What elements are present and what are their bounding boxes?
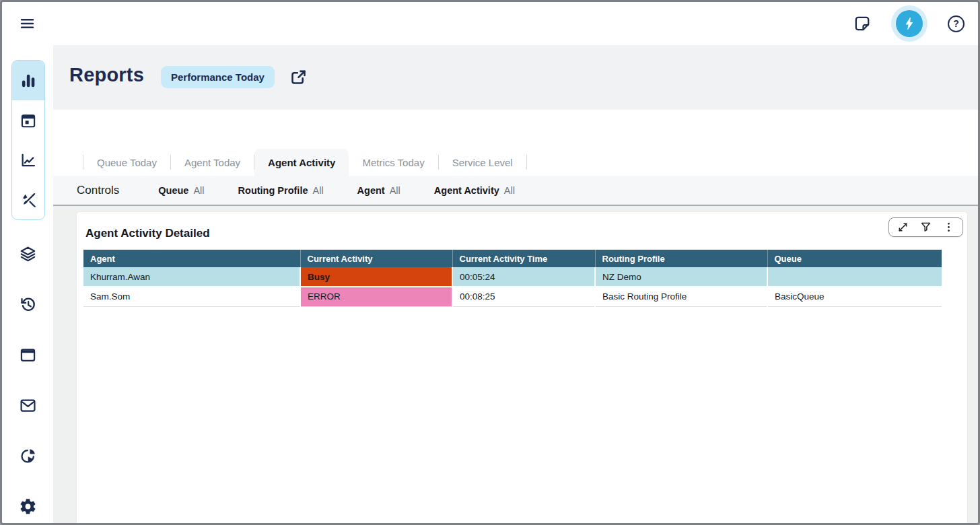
sidebar-reports-group [11, 60, 45, 220]
sidebar-item-layers[interactable] [2, 229, 53, 279]
filter-queue[interactable]: QueueAll [158, 185, 204, 196]
column-header-agent: Agent [83, 250, 300, 267]
cell-queue: BasicQueue [767, 287, 942, 306]
table-header-row: Agent Current Activity Current Activity … [83, 250, 942, 267]
report-tabs: Queue Today Agent Today Agent Activity M… [83, 149, 527, 176]
table-row: Sam.Som ERROR 00:08:25 Basic Routing Pro… [83, 287, 942, 306]
help-glyph: ? [953, 18, 959, 29]
report-card: Agent Activity Detailed Agent Current Ac… [77, 212, 967, 523]
filter-agent-activity[interactable]: Agent ActivityAll [434, 185, 515, 196]
tab-agent-today[interactable]: Agent Today [171, 149, 254, 176]
hamburger-menu-icon[interactable] [18, 15, 36, 32]
column-header-queue: Queue [767, 250, 942, 267]
topbar-actions: ? [853, 5, 965, 42]
sidebar-item-bar-chart[interactable] [12, 61, 44, 100]
card-toolbar [888, 217, 963, 237]
cell-current-activity-time: 00:08:25 [452, 287, 595, 306]
kebab-menu-icon[interactable] [942, 221, 955, 234]
tab-metrics-today[interactable]: Metrics Today [349, 149, 438, 176]
sidebar-item-window[interactable] [2, 330, 53, 380]
app-window: ? [0, 0, 980, 525]
expand-icon[interactable] [897, 221, 909, 234]
filter-value: All [390, 185, 400, 196]
filter-label: Routing Profile [238, 185, 308, 196]
filter-label: Agent [357, 185, 385, 196]
cell-routing-profile: NZ Demo [595, 267, 767, 287]
controls-title: Controls [77, 184, 119, 197]
tab-queue-today[interactable]: Queue Today [83, 149, 170, 176]
filter-icon[interactable] [919, 221, 932, 234]
cell-queue [767, 267, 942, 287]
sidebar-item-pie-chart[interactable] [2, 431, 53, 481]
cell-agent: Sam.Som [83, 287, 300, 306]
column-header-routing-profile: Routing Profile [595, 250, 767, 267]
column-header-current-activity-time: Current Activity Time [452, 250, 595, 267]
main-area: Reports Performance Today Queue Today Ag… [53, 45, 978, 523]
lightning-button-halo [891, 5, 928, 42]
sidebar-secondary-icons [2, 229, 53, 525]
filter-routing-profile[interactable]: Routing ProfileAll [238, 185, 324, 196]
filter-label: Queue [158, 185, 188, 196]
sidebar-item-settings[interactable] [2, 481, 53, 525]
cell-current-activity-time: 00:05:24 [452, 267, 595, 287]
page-header: Reports Performance Today [53, 45, 978, 110]
column-header-current-activity: Current Activity [300, 250, 452, 267]
feedback-note-icon[interactable] [853, 15, 871, 32]
report-badge: Performance Today [161, 66, 275, 88]
tab-agent-activity[interactable]: Agent Activity [254, 149, 349, 176]
sidebar-item-line-chart[interactable] [12, 140, 44, 180]
cell-current-activity: ERROR [300, 287, 452, 306]
help-icon[interactable]: ? [948, 15, 965, 32]
cell-agent: Khurram.Awan [83, 267, 300, 287]
filter-value: All [312, 185, 323, 196]
table-row: Khurram.Awan Busy 00:05:24 NZ Demo [83, 267, 942, 287]
sidebar-item-mail[interactable] [2, 380, 53, 431]
cell-routing-profile: Basic Routing Profile [595, 287, 767, 306]
cell-current-activity: Busy [300, 267, 452, 287]
sidebar-item-history[interactable] [2, 279, 53, 330]
top-bar: ? [2, 2, 978, 45]
page-title: Reports [69, 64, 144, 86]
sidebar-item-customize[interactable] [12, 180, 44, 219]
content-area: Agent Activity Detailed Agent Current Ac… [53, 206, 978, 523]
controls-band: Controls QueueAll Routing ProfileAll Age… [53, 176, 978, 206]
tabs-band: Queue Today Agent Today Agent Activity M… [53, 110, 978, 176]
filter-label: Agent Activity [434, 185, 499, 196]
external-link-icon[interactable] [289, 68, 308, 86]
filter-agent[interactable]: AgentAll [357, 185, 400, 196]
filter-value: All [193, 185, 204, 196]
tab-separator [526, 155, 527, 170]
report-title: Agent Activity Detailed [85, 227, 942, 240]
filter-value: All [504, 185, 515, 196]
sidebar [2, 45, 53, 523]
lightning-icon[interactable] [896, 10, 923, 37]
tab-service-level[interactable]: Service Level [439, 149, 526, 176]
agent-activity-table: Agent Current Activity Current Activity … [83, 250, 942, 307]
sidebar-item-calendar[interactable] [12, 100, 44, 140]
